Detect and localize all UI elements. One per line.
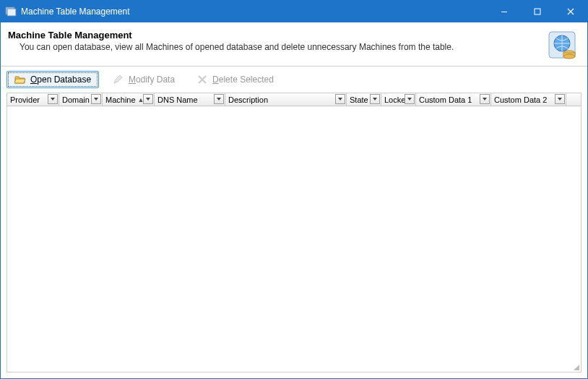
resize-grip[interactable] (571, 362, 579, 370)
svg-rect-1 (7, 9, 16, 16)
minimize-button[interactable] (488, 1, 521, 22)
column-header[interactable]: Custom Data 1 (416, 93, 491, 106)
column-label: Description (228, 95, 268, 104)
close-button[interactable] (554, 1, 587, 22)
app-window: Machine Table Management Machine Table M… (0, 0, 588, 379)
delete-selected-button: Delete Selected (189, 71, 282, 88)
column-label: Domain (62, 95, 90, 104)
filter-dropdown-icon[interactable] (405, 94, 415, 104)
page-header: Machine Table Management You can open da… (1, 22, 587, 66)
column-label: State (350, 95, 368, 104)
svg-rect-2 (501, 12, 507, 12)
filter-dropdown-icon[interactable] (335, 94, 345, 104)
column-label: Provider (10, 95, 40, 104)
filter-dropdown-icon[interactable] (214, 94, 224, 104)
column-label: Custom Data 1 (419, 95, 472, 104)
pencil-icon (113, 74, 124, 85)
maximize-button[interactable] (521, 1, 554, 22)
column-header[interactable]: State (347, 93, 381, 106)
modify-data-button: Modify Data (105, 71, 183, 88)
column-header[interactable]: Provider (7, 93, 59, 106)
column-label: Machine (105, 95, 136, 104)
filter-dropdown-icon[interactable] (91, 94, 101, 104)
globe-database-icon (547, 30, 577, 60)
window-title: Machine Table Management (21, 7, 488, 17)
column-label: Custom Data 2 (494, 95, 547, 104)
data-grid[interactable]: ProviderDomainMachine▲DNS NameDescriptio… (7, 93, 581, 372)
filter-dropdown-icon[interactable] (48, 94, 58, 104)
column-header[interactable]: Custom Data 2 (491, 93, 566, 106)
svg-point-8 (563, 54, 575, 59)
column-header[interactable]: DNS Name (155, 93, 225, 106)
column-header[interactable]: Locked (381, 93, 416, 106)
filter-dropdown-icon[interactable] (370, 94, 380, 104)
page-subtitle: You can open database, view all Machines… (8, 42, 540, 52)
filter-dropdown-icon[interactable] (480, 94, 490, 104)
toolbar: Open Database Modify Data Delete Selecte… (1, 67, 587, 93)
titlebar[interactable]: Machine Table Management (1, 1, 587, 22)
filter-dropdown-icon[interactable] (555, 94, 565, 104)
filter-dropdown-icon[interactable] (143, 94, 153, 104)
svg-rect-3 (535, 9, 540, 14)
open-database-label: Open Database (30, 74, 91, 85)
column-header[interactable]: Domain (59, 93, 103, 106)
column-header[interactable]: Machine▲ (103, 93, 155, 106)
app-icon (5, 6, 17, 17)
column-header[interactable]: Description (225, 93, 347, 106)
grid-body[interactable] (7, 106, 581, 372)
column-headers: ProviderDomainMachine▲DNS NameDescriptio… (7, 93, 581, 106)
delete-selected-label: Delete Selected (212, 74, 274, 85)
modify-data-label: Modify Data (129, 74, 175, 85)
open-database-button[interactable]: Open Database (7, 71, 99, 88)
folder-open-icon (14, 74, 26, 85)
column-label: DNS Name (157, 95, 198, 104)
page-title: Machine Table Management (8, 30, 540, 41)
delete-x-icon (196, 74, 208, 85)
